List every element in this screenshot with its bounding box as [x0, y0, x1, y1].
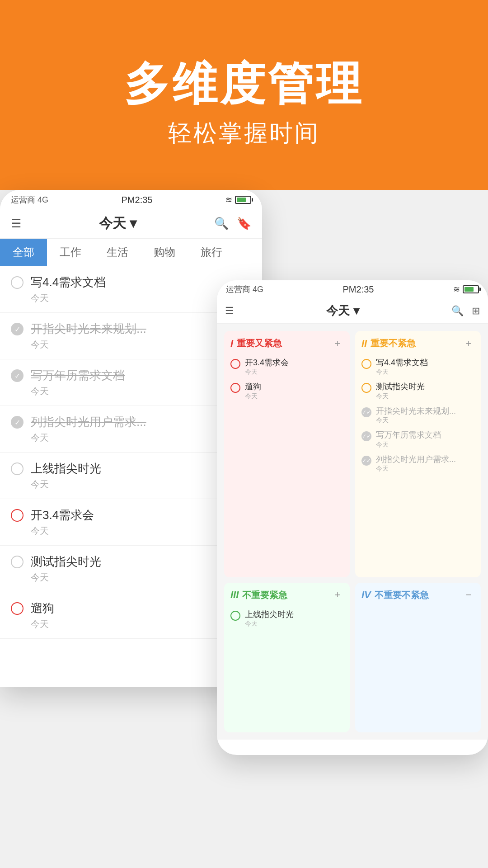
tab-all[interactable]: 全部 [0, 239, 47, 266]
q2-task5-text: 列指尖时光用户需求... 今天 [376, 454, 474, 473]
q1-task2-date: 今天 [245, 392, 343, 401]
hamburger-icon[interactable]: ☰ [11, 217, 21, 231]
q2-task3-date: 今天 [376, 416, 474, 425]
banner: 多维度管理 轻松掌握时间 [0, 0, 488, 190]
front-status-right: ≋ [453, 284, 479, 294]
q2-task4-circle: ✓ [361, 431, 371, 441]
tab-work[interactable]: 工作 [47, 239, 94, 266]
q2-task3-title: 开指尖时光未来规划... [376, 406, 474, 416]
q3-add-button[interactable]: + [332, 589, 343, 601]
back-nav-title[interactable]: 今天 ▾ [99, 214, 136, 233]
q4-add-button[interactable]: − [463, 589, 474, 601]
front-battery-icon [463, 285, 479, 293]
battery-icon [235, 196, 251, 204]
q1-task-2[interactable]: 遛狗 今天 [230, 379, 343, 403]
bookmark-icon[interactable]: 🔖 [237, 217, 251, 231]
task-circle-5 [11, 509, 23, 522]
banner-subtitle: 轻松掌握时间 [168, 118, 320, 149]
q1-add-button[interactable]: + [332, 338, 343, 349]
q2-task5-title: 列指尖时光用户需求... [376, 454, 474, 465]
front-nav-title[interactable]: 今天 ▾ [326, 303, 359, 319]
back-time: PM2:35 [122, 195, 153, 205]
q1-task1-date: 今天 [245, 368, 343, 376]
matrix-container: I 重要又紧急 + 开3.4需求会 今天 遛狗 今天 [217, 324, 488, 740]
front-nav-icons: 🔍 ⊞ [451, 305, 480, 317]
q3-header: III 不重要紧急 + [230, 589, 343, 601]
q2-add-button[interactable]: + [463, 338, 474, 349]
q1-label: I 重要又紧急 [230, 337, 282, 349]
q2-task2-text: 测试指尖时光 今天 [376, 382, 474, 400]
q3-task-1[interactable]: 上线指尖时光 今天 [230, 607, 343, 631]
q2-task-3[interactable]: ✓ 开指尖时光未来规划... 今天 [361, 403, 474, 427]
q1-task1-circle [230, 359, 240, 369]
front-signal-icon: ≋ [453, 284, 460, 294]
task-circle-1 [11, 323, 23, 335]
q2-label-text: 重要不紧急 [371, 337, 416, 349]
q1-num: I [230, 338, 233, 349]
q2-task5-circle: ✓ [361, 456, 371, 466]
q1-task1-title: 开3.4需求会 [245, 358, 343, 368]
front-grid-icon[interactable]: ⊞ [472, 305, 480, 317]
quadrant-q3: III 不重要紧急 + 上线指尖时光 今天 [224, 583, 350, 732]
task-circle-7 [11, 602, 23, 615]
banner-title: 多维度管理 [124, 59, 364, 108]
task-circle-4 [11, 462, 23, 475]
q2-task4-title: 写万年历需求文档 [376, 430, 474, 440]
q3-task1-text: 上线指尖时光 今天 [245, 609, 343, 628]
quadrant-q1: I 重要又紧急 + 开3.4需求会 今天 遛狗 今天 [224, 331, 350, 577]
q3-num: III [230, 589, 239, 601]
q4-label: IV 不重要不紧急 [361, 589, 429, 601]
q1-label-text: 重要又紧急 [237, 337, 282, 349]
tab-travel[interactable]: 旅行 [188, 239, 235, 266]
task-circle-3 [11, 416, 23, 429]
q4-label-text: 不重要不紧急 [375, 589, 429, 601]
q2-label: II 重要不紧急 [361, 337, 416, 349]
q2-task1-title: 写4.4需求文档 [376, 358, 474, 368]
back-status-bar: 运营商 4G PM2:35 ≋ [0, 190, 262, 209]
q2-task2-date: 今天 [376, 392, 474, 401]
q2-task4-date: 今天 [376, 441, 474, 449]
q2-task1-text: 写4.4需求文档 今天 [376, 358, 474, 376]
phone-front: 运营商 4G PM2:35 ≋ ☰ 今天 ▾ 🔍 ⊞ [217, 280, 488, 755]
q1-task1-text: 开3.4需求会 今天 [245, 358, 343, 376]
back-tabs: 全部 工作 生活 购物 旅行 [0, 239, 262, 266]
q2-num: II [361, 338, 367, 349]
q2-task1-circle [361, 359, 371, 369]
q4-header: IV 不重要不紧急 − [361, 589, 474, 601]
q1-task-1[interactable]: 开3.4需求会 今天 [230, 355, 343, 379]
q1-task2-text: 遛狗 今天 [245, 382, 343, 400]
q2-task5-date: 今天 [376, 465, 474, 473]
q3-label: III 不重要紧急 [230, 589, 287, 601]
task-circle-0 [11, 276, 23, 289]
q2-header: II 重要不紧急 + [361, 337, 474, 349]
front-nav-bar: ☰ 今天 ▾ 🔍 ⊞ [217, 298, 488, 324]
q3-task1-date: 今天 [245, 620, 343, 628]
q2-task-1[interactable]: 写4.4需求文档 今天 [361, 355, 474, 379]
q1-task2-title: 遛狗 [245, 382, 343, 392]
q2-task-2[interactable]: 测试指尖时光 今天 [361, 379, 474, 403]
tab-life[interactable]: 生活 [94, 239, 141, 266]
battery-fill [237, 198, 246, 202]
front-search-icon[interactable]: 🔍 [451, 305, 464, 317]
front-carrier: 运营商 4G [226, 284, 263, 295]
tab-shopping[interactable]: 购物 [141, 239, 188, 266]
quadrant-q2: II 重要不紧急 + 写4.4需求文档 今天 测试指尖时光 [355, 331, 481, 577]
front-hamburger-icon[interactable]: ☰ [225, 305, 234, 317]
q3-label-text: 不重要紧急 [242, 589, 287, 601]
q1-header: I 重要又紧急 + [230, 337, 343, 349]
front-status-bar: 运营商 4G PM2:35 ≋ [217, 280, 488, 298]
task-circle-2 [11, 369, 23, 382]
signal-icon: ≋ [225, 195, 232, 205]
quadrant-q4: IV 不重要不紧急 − [355, 583, 481, 732]
phones-area: 运营商 4G PM2:35 ≋ ☰ 今天 ▾ 🔍 🔖 全部 工作 生活 购物 [0, 190, 488, 868]
q2-task2-title: 测试指尖时光 [376, 382, 474, 392]
back-nav-bar: ☰ 今天 ▾ 🔍 🔖 [0, 209, 262, 239]
back-nav-icons: 🔍 🔖 [214, 217, 251, 231]
back-status-right: ≋ [225, 195, 251, 205]
search-icon[interactable]: 🔍 [214, 217, 229, 231]
q3-task1-circle [230, 611, 240, 621]
q2-task-4[interactable]: ✓ 写万年历需求文档 今天 [361, 427, 474, 451]
front-battery-fill [465, 287, 474, 292]
q3-task1-title: 上线指尖时光 [245, 609, 343, 620]
q2-task-5[interactable]: ✓ 列指尖时光用户需求... 今天 [361, 452, 474, 476]
